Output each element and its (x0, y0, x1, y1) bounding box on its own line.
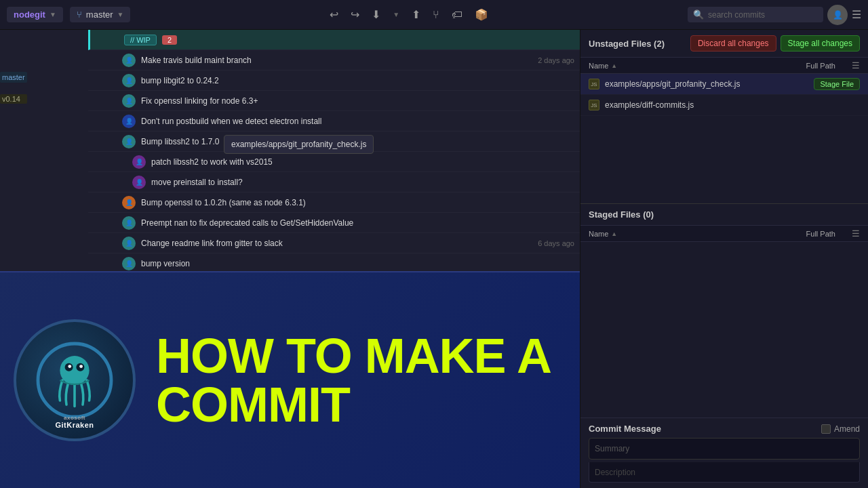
unstaged-file-item[interactable]: JS examples/diff-commits.js Stage File (580, 95, 868, 116)
main-layout: master v0.14 master (0, 30, 868, 488)
branch-icon: ⑂ (77, 9, 82, 20)
view-toggle-icon[interactable]: ☰ (852, 60, 860, 70)
logo-name: GitKraken (55, 421, 94, 429)
table-row[interactable]: 👤 Bump openssl to 1.0.2h (same as node 6… (88, 192, 580, 213)
file-name: examples/apps/git_profanity_check.js (605, 79, 814, 89)
commit-message-section: Commit Message Amend (580, 418, 868, 488)
staged-files-header: Staged Files (0) (580, 204, 868, 226)
brand-button[interactable]: nodegit ▼ (7, 7, 63, 22)
commit-message: bump libgit2 to 0.24.2 (141, 76, 574, 85)
avatar: 👤 (122, 257, 136, 270)
avatar: 👤 (122, 74, 136, 87)
avatar: 👤 (122, 237, 136, 250)
table-row[interactable]: 👤 Preempt nan to fix deprecated calls to… (88, 213, 580, 233)
amend-control: Amend (821, 424, 860, 434)
branch-chevron: ▼ (117, 11, 124, 18)
commit-message: Fix openssl linking for node 6.3+ (141, 96, 574, 106)
file-type-icon: JS (589, 100, 599, 110)
tag-button[interactable]: 🏷 (452, 9, 462, 21)
commit-message: Don't run postbuild when we detect elect… (141, 117, 574, 126)
staged-files-section: Staged Files (0) Name ▲ Full Path ☰ (580, 203, 868, 242)
unstaged-title: Unstaged Files (2) (589, 39, 665, 49)
commit-message: move preinstall to install? (151, 178, 574, 187)
staged-col-fullpath-label: Full Path (806, 230, 835, 238)
commit-time: 2 days ago (538, 56, 574, 64)
svg-point-23 (79, 365, 83, 368)
stage-all-button[interactable]: Stage all changes (781, 35, 860, 52)
gitkraken-logo: axosoft GitKraken (14, 319, 136, 441)
avatar: 👤 (122, 94, 136, 108)
commit-description-input[interactable] (589, 462, 860, 483)
svg-point-19 (60, 356, 89, 385)
stage-file-button[interactable]: Stage File (814, 78, 860, 90)
menu-button[interactable]: ☰ (852, 8, 861, 21)
discard-all-button[interactable]: Discard all changes (690, 35, 776, 52)
branch-selector[interactable]: ⑂ master ▼ (70, 7, 131, 22)
empty-staged-drop-area (580, 242, 868, 418)
commit-message: patch libssh2 to work with vs2015 (151, 157, 574, 167)
sort-icon: ▲ (611, 62, 617, 69)
branch-label-version: v0.14 (0, 94, 27, 104)
brand-chevron: ▼ (50, 11, 56, 18)
staged-sort-icon: ▲ (611, 230, 617, 237)
file-type-icon: JS (589, 79, 599, 89)
empty-staging-area (580, 116, 868, 203)
avatar: 👤 (122, 216, 136, 230)
staged-title: Staged Files (0) (589, 209, 654, 220)
avatar: 👤 (122, 196, 136, 209)
tutorial-overlay: axosoft GitKraken HOW TO MAKE A COMMIT (0, 271, 580, 488)
commit-msg-title: Commit Message (589, 424, 661, 434)
amend-label-text: Amend (834, 424, 860, 434)
push-button[interactable]: ⬆ (412, 8, 420, 21)
commit-graph-panel: master v0.14 master (0, 30, 580, 488)
staged-col-name-label: Name (589, 230, 608, 238)
avatar: 👤 (122, 115, 136, 128)
svg-point-22 (68, 365, 71, 368)
logo-axosoft: axosoft (16, 415, 133, 421)
stash-button[interactable]: 📦 (475, 8, 488, 21)
logo-svg (34, 340, 115, 421)
commit-message: Bump openssl to 1.0.2h (same as node 6.3… (141, 198, 574, 207)
commit-message: Bump libssh2 to 1.7.0 (141, 137, 574, 146)
brand-label: nodegit (14, 9, 45, 20)
commit-message: Preempt nan to fix deprecated calls to G… (141, 218, 574, 228)
commit-message: bump version (141, 259, 574, 268)
commit-message: Make travis build maint branch (141, 56, 531, 65)
branch-label: master (86, 9, 113, 20)
toolbar-icons: ↩ ↪ ⬇ ▼ ⬆ ⑂ 🏷 📦 (330, 8, 488, 21)
pull-options-button[interactable]: ▼ (393, 11, 399, 18)
branch-label-master-left: master (0, 72, 27, 83)
unstaged-file-item[interactable]: JS examples/apps/git_profanity_check.js … (580, 74, 868, 95)
unstaged-files-header: Unstaged Files (2) Discard all changes S… (580, 30, 868, 58)
table-row[interactable]: 👤 bump libgit2 to 0.24.2 (88, 70, 580, 91)
table-row[interactable]: 👤 move preinstall to install? (88, 172, 580, 192)
table-row[interactable]: 👤 Bump libssh2 to 1.7.0 (88, 131, 580, 152)
toolbar: nodegit ▼ ⑂ master ▼ ↩ ↪ ⬇ ▼ ⬆ ⑂ 🏷 📦 🔍 👤… (0, 0, 868, 30)
wip-num: 2 (162, 35, 177, 45)
table-row[interactable]: 👤 Don't run postbuild when we detect ele… (88, 111, 580, 131)
pull-button[interactable]: ⬇ (372, 8, 380, 21)
user-avatar[interactable]: 👤 (827, 5, 848, 25)
wip-commit-row[interactable]: // WIP 2 (88, 30, 580, 50)
amend-checkbox[interactable] (821, 424, 831, 434)
file-name: examples/diff-commits.js (605, 100, 814, 110)
search-bar[interactable]: 🔍 (688, 7, 823, 22)
avatar: 👤 (122, 54, 136, 67)
table-row[interactable]: 👤 Fix openssl linking for node 6.3+ (88, 91, 580, 111)
undo-button[interactable]: ↩ (330, 8, 338, 21)
staged-file-list-header: Name ▲ Full Path ☰ (580, 226, 868, 242)
search-icon: 🔍 (693, 9, 704, 20)
redo-button[interactable]: ↪ (351, 8, 359, 21)
wip-label: // WIP (124, 35, 157, 45)
table-row[interactable]: 👤 Make travis build maint branch 2 days … (88, 50, 580, 70)
table-row[interactable]: 👤 patch libssh2 to work with vs2015 (88, 152, 580, 172)
branch-button[interactable]: ⑂ (433, 9, 439, 21)
avatar: 👤 (122, 135, 136, 148)
staged-view-toggle-icon[interactable]: ☰ (852, 228, 860, 239)
avatar: 👤 (132, 176, 146, 189)
table-row[interactable]: 👤 Change readme link from gitter to slac… (88, 233, 580, 253)
commit-msg-header: Commit Message Amend (589, 424, 860, 434)
commit-summary-input[interactable] (589, 438, 860, 460)
col-fullpath-label: Full Path (806, 62, 835, 70)
search-input[interactable] (708, 10, 818, 20)
